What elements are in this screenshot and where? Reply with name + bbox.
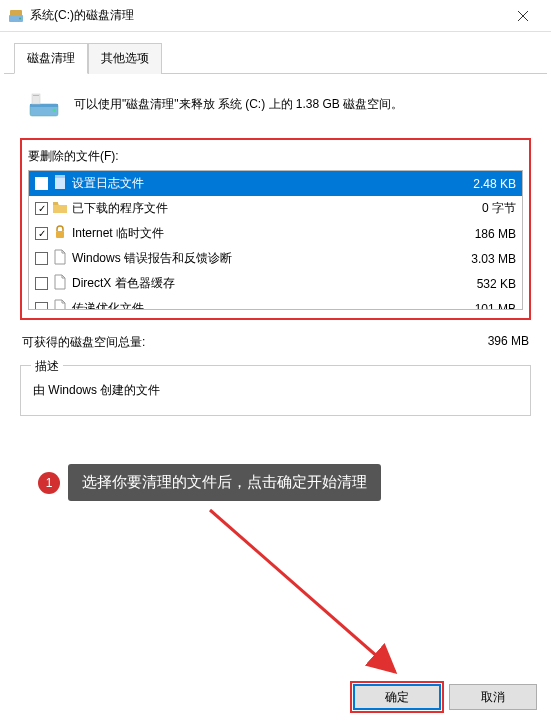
file-icon — [52, 299, 68, 310]
svg-rect-12 — [53, 202, 58, 205]
svg-rect-13 — [56, 231, 64, 238]
svg-rect-9 — [33, 95, 39, 96]
file-list[interactable]: 设置日志文件2.48 KB已下载的程序文件0 字节Internet 临时文件18… — [28, 170, 523, 310]
ok-button[interactable]: 确定 — [353, 684, 441, 710]
callout-text: 选择你要清理的文件后，点击确定开始清理 — [68, 464, 381, 501]
tab-content: 可以使用"磁盘清理"来释放 系统 (C:) 上的 1.38 GB 磁盘空间。 要… — [0, 74, 551, 416]
file-checkbox[interactable] — [35, 277, 48, 290]
description-legend: 描述 — [31, 358, 63, 375]
file-checkbox[interactable] — [35, 202, 48, 215]
totals-row: 可获得的磁盘空间总量: 396 MB — [20, 328, 531, 351]
file-row[interactable]: Internet 临时文件186 MB — [29, 221, 522, 246]
file-size: 2.48 KB — [446, 177, 516, 191]
file-name: 传递优化文件 — [72, 300, 442, 310]
file-row[interactable]: DirectX 着色器缓存532 KB — [29, 271, 522, 296]
intro-text: 可以使用"磁盘清理"来释放 系统 (C:) 上的 1.38 GB 磁盘空间。 — [74, 95, 403, 113]
file-row[interactable]: 设置日志文件2.48 KB — [29, 171, 522, 196]
file-size: 0 字节 — [446, 200, 516, 217]
totals-label: 可获得的磁盘空间总量: — [22, 334, 145, 351]
totals-value: 396 MB — [488, 334, 529, 351]
file-checkbox[interactable] — [35, 252, 48, 265]
titlebar: 系统(C:)的磁盘清理 — [0, 0, 551, 32]
file-checkbox[interactable] — [35, 177, 48, 190]
callout-number: 1 — [38, 472, 60, 494]
svg-rect-11 — [55, 175, 65, 178]
file-size: 101 MB — [446, 302, 516, 311]
file-icon — [52, 274, 68, 293]
drive-icon — [28, 88, 60, 120]
file-row[interactable]: 传递优化文件101 MB — [29, 296, 522, 310]
close-icon — [517, 10, 529, 22]
file-size: 532 KB — [446, 277, 516, 291]
file-name: 已下载的程序文件 — [72, 200, 442, 217]
intro-row: 可以使用"磁盘清理"来释放 系统 (C:) 上的 1.38 GB 磁盘空间。 — [20, 88, 531, 120]
file-name: Internet 临时文件 — [72, 225, 442, 242]
file-icon — [52, 199, 68, 218]
close-button[interactable] — [503, 1, 543, 31]
window-title: 系统(C:)的磁盘清理 — [30, 7, 503, 24]
svg-line-14 — [210, 510, 395, 672]
svg-rect-1 — [10, 10, 22, 16]
description-text: 由 Windows 创建的文件 — [31, 376, 520, 405]
annotation-arrow — [180, 500, 440, 700]
tab-disk-cleanup[interactable]: 磁盘清理 — [14, 43, 88, 74]
file-checkbox[interactable] — [35, 227, 48, 240]
cancel-button[interactable]: 取消 — [449, 684, 537, 710]
annotation-callout: 1 选择你要清理的文件后，点击确定开始清理 — [38, 464, 381, 501]
files-label: 要删除的文件(F): — [28, 148, 523, 165]
svg-point-2 — [19, 17, 21, 19]
file-size: 3.03 MB — [446, 252, 516, 266]
file-name: 设置日志文件 — [72, 175, 442, 192]
tab-bar: 磁盘清理 其他选项 — [4, 32, 547, 74]
files-section: 要删除的文件(F): 设置日志文件2.48 KB已下载的程序文件0 字节Inte… — [20, 138, 531, 320]
dialog-footer: 确定 取消 — [353, 684, 537, 710]
file-icon — [52, 224, 68, 243]
file-icon — [52, 174, 68, 193]
file-icon — [52, 249, 68, 268]
disk-cleanup-icon — [8, 8, 24, 24]
svg-point-7 — [53, 109, 56, 112]
tab-other-options[interactable]: 其他选项 — [88, 43, 162, 74]
svg-rect-6 — [30, 104, 58, 107]
file-checkbox[interactable] — [35, 302, 48, 310]
file-size: 186 MB — [446, 227, 516, 241]
file-name: DirectX 着色器缓存 — [72, 275, 442, 292]
file-row[interactable]: 已下载的程序文件0 字节 — [29, 196, 522, 221]
file-name: Windows 错误报告和反馈诊断 — [72, 250, 442, 267]
file-row[interactable]: Windows 错误报告和反馈诊断3.03 MB — [29, 246, 522, 271]
description-group: 描述 由 Windows 创建的文件 — [20, 365, 531, 416]
